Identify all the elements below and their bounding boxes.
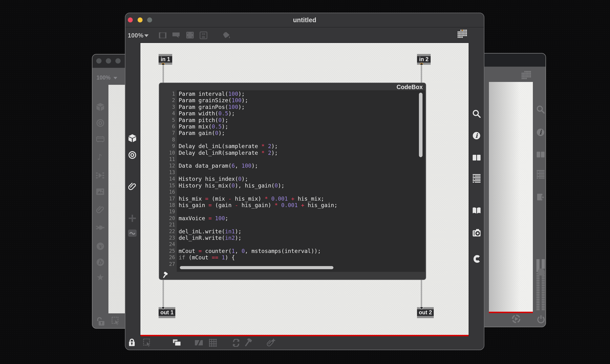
code-line: History his_index(0);: [179, 176, 337, 182]
outlet-port[interactable]: [420, 63, 423, 65]
patch-cord-in2[interactable]: [421, 64, 422, 83]
info-icon[interactable]: i: [473, 132, 480, 140]
vertical-scrollbar[interactable]: [419, 93, 423, 157]
level-meter[interactable]: [536, 259, 545, 311]
line-numbers: 1234567891011121314151617181920212223242…: [159, 90, 175, 272]
line-number: 27: [159, 261, 175, 268]
transport-play-icon[interactable]: [512, 314, 521, 323]
object-cube-icon[interactable]: [96, 103, 104, 111]
patch-cord-out2[interactable]: [421, 279, 422, 308]
horizontal-scrollbar[interactable]: [180, 266, 333, 269]
line-number: 12: [159, 163, 175, 169]
titlebar-separator: [125, 27, 484, 27]
codebox[interactable]: CodeBox 12345678910111213141516171819202…: [159, 83, 426, 280]
inlet-port[interactable]: [420, 307, 423, 309]
code-line: del_inR.write(in2);: [179, 235, 337, 241]
circle-target-icon[interactable]: [96, 119, 104, 127]
outlet-port[interactable]: [161, 63, 165, 65]
chevron-down-icon[interactable]: [144, 34, 149, 37]
comment-icon[interactable]: [172, 32, 180, 39]
panes-icon[interactable]: [537, 152, 545, 157]
playbar-icon[interactable]: [96, 172, 104, 179]
export-icon[interactable]: [537, 194, 545, 200]
inlet-port[interactable]: [161, 307, 165, 309]
v-circle-icon[interactable]: v: [96, 242, 104, 250]
patch-cord-out1[interactable]: [163, 279, 164, 308]
bg-right-canvas[interactable]: [489, 82, 533, 312]
refresh-icon[interactable]: [232, 339, 240, 347]
code-line: [179, 156, 337, 163]
music-note-icon[interactable]: ♪: [96, 154, 104, 162]
zoom-level[interactable]: 100%: [96, 75, 111, 81]
outlet-label: out 2: [419, 309, 432, 315]
unlock-icon[interactable]: [96, 317, 104, 325]
list-icon[interactable]: [473, 174, 480, 183]
paint-bucket-icon[interactable]: [222, 31, 230, 39]
close-button[interactable]: [96, 58, 102, 64]
select-icon[interactable]: [143, 338, 151, 348]
amp-box-icon[interactable]: [96, 136, 104, 143]
star-icon[interactable]: ★: [96, 273, 104, 282]
lock-icon[interactable]: [129, 339, 135, 346]
code-line: Param interval(100);: [179, 91, 337, 97]
outlet-box-2[interactable]: out 2: [417, 307, 434, 318]
paperclip-icon[interactable]: [96, 205, 104, 213]
search-icon[interactable]: [536, 105, 545, 114]
outlet-label: out 1: [160, 309, 174, 315]
list-icon[interactable]: [537, 170, 545, 179]
grid-icon[interactable]: [209, 339, 217, 347]
presentation-slash-icon[interactable]: [195, 339, 203, 346]
zoom-button[interactable]: [115, 58, 121, 64]
select-icon[interactable]: [112, 317, 119, 326]
line-number: 23: [159, 235, 175, 241]
circle-target-icon[interactable]: [128, 151, 136, 159]
object-cube-icon[interactable]: [128, 134, 136, 142]
power-icon[interactable]: [537, 315, 545, 324]
package-grid-icon[interactable]: [522, 71, 532, 79]
plus-icon[interactable]: [129, 215, 136, 222]
svg-text:co: co: [202, 32, 205, 36]
object-box-icon[interactable]: [159, 32, 167, 39]
code-line: [179, 208, 337, 215]
zoom-level[interactable]: 100%: [128, 32, 143, 39]
inlet-box-1[interactable]: in 1: [159, 54, 172, 65]
camera-icon[interactable]: [473, 229, 480, 237]
mallet-icon[interactable]: [244, 338, 252, 347]
titlebar[interactable]: untitled: [125, 13, 484, 27]
cycling74-icon[interactable]: [473, 255, 480, 263]
window-title: untitled: [125, 16, 484, 24]
bring-to-front-icon[interactable]: [173, 339, 181, 346]
panel-icon[interactable]: [186, 32, 194, 39]
outlet-box-1[interactable]: out 1: [159, 307, 175, 318]
line-number: 22: [159, 228, 175, 235]
patcher-canvas[interactable]: in 1 in 2 out 1 out 2 CodeBox 1234567891…: [140, 42, 469, 336]
patch-cord-in1[interactable]: [163, 64, 164, 83]
tilde-box-icon[interactable]: [128, 230, 137, 237]
book-icon[interactable]: [472, 207, 481, 214]
inlet-label: in 2: [419, 56, 429, 62]
code-editor[interactable]: Param interval(100);Param grainSize(100)…: [177, 90, 425, 272]
b-circle-icon[interactable]: b: [96, 259, 104, 266]
code-line: Param width(0.5);: [179, 110, 337, 117]
code-line: [179, 189, 337, 195]
inlet-box-2[interactable]: in 2: [417, 54, 431, 65]
line-number: 10: [159, 150, 175, 156]
paperclip-plus-icon[interactable]: [267, 339, 275, 347]
package-grid-icon[interactable]: [458, 30, 467, 38]
plug-icon[interactable]: [96, 224, 104, 230]
search-icon[interactable]: [472, 110, 481, 118]
svg-text:★: ★: [96, 273, 104, 282]
minimize-button[interactable]: [106, 58, 111, 64]
line-number: 26: [159, 254, 175, 261]
line-number: 21: [159, 222, 175, 228]
info-icon[interactable]: i: [537, 129, 544, 136]
codebox-icon[interactable]: code: [200, 32, 207, 39]
compile-hammer-icon[interactable]: [161, 272, 168, 278]
picture-icon[interactable]: [96, 188, 104, 195]
code-line: Param grainPos(100);: [179, 104, 337, 110]
line-number: 9: [159, 143, 175, 150]
paperclip-icon[interactable]: [128, 182, 136, 190]
line-number: 16: [159, 189, 175, 195]
patcher-window[interactable]: untitled 100% code i in 1 in 2 out 1 out…: [125, 13, 484, 350]
panes-icon[interactable]: [473, 155, 480, 160]
